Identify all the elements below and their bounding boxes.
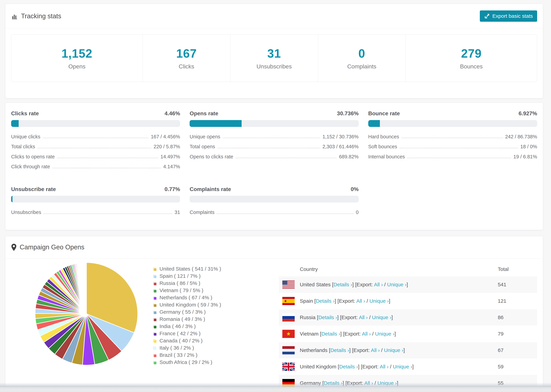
legend-swatch: [153, 275, 156, 277]
legend-label: Romania ( 49 / 3% ): [160, 316, 205, 322]
details-link[interactable]: Details ›: [321, 331, 340, 336]
export-icon: [484, 13, 490, 19]
rate-row-label: Internal bounces: [368, 154, 405, 159]
legend-swatch: [153, 347, 156, 349]
legend-swatch: [153, 325, 156, 328]
export-all-link[interactable]: All ›: [362, 331, 371, 336]
legend-label: Spain ( 121 / 7% ): [160, 273, 201, 279]
export-all-link[interactable]: All ›: [371, 347, 380, 353]
legend-label: India ( 46 / 3% ): [160, 323, 196, 329]
flag-vn: [282, 330, 295, 338]
rate-row: Total opens2,303 / 61.446%: [190, 144, 359, 149]
stat-label: Complaints: [347, 63, 376, 70]
geo-table-rows: United States [Details ›] [Export: All ›…: [279, 276, 537, 391]
separator: /: [368, 315, 372, 320]
bracket: ] [Export:: [352, 282, 374, 287]
export-unique-link[interactable]: Unique ›: [393, 364, 412, 369]
bottom-shadow: [0, 383, 551, 387]
total-cell: 59: [498, 364, 537, 370]
rate-row-value: 18 / 0%: [520, 144, 537, 149]
bottom-scrollbar-track[interactable]: [0, 387, 551, 392]
progress-fill: [190, 120, 241, 127]
export-unique-link[interactable]: Unique ›: [387, 282, 406, 287]
dotted-leader: [37, 148, 151, 148]
export-unique-link[interactable]: Unique ›: [372, 315, 391, 320]
rate-row-label: Clicks to opens rate: [11, 154, 55, 159]
legend-item: Romania ( 49 / 3% ): [153, 315, 249, 323]
details-link[interactable]: Details ›: [333, 282, 352, 287]
bracket: ]: [391, 315, 393, 320]
stat-cell-clicks: 167Clicks: [143, 35, 230, 82]
legend-swatch: [153, 268, 156, 270]
details-link[interactable]: Details ›: [318, 315, 337, 320]
rate-row-value: 31: [175, 210, 180, 215]
bracket: ] [Export:: [358, 364, 380, 369]
legend-label: United Kingdom ( 59 / 3% ): [160, 302, 221, 308]
legend-swatch: [153, 332, 156, 335]
legend-item: Vietnam ( 79 / 5% ): [153, 287, 249, 294]
rate-row-label: Unsubscribes: [11, 210, 41, 215]
flag-gb: [282, 363, 295, 371]
geo-table-row-ru: Russia [Details ›] [Export: All › / Uniq…: [279, 309, 537, 326]
bracket: ] [Export:: [340, 331, 362, 336]
legend-label: France ( 42 / 2% ): [160, 331, 201, 336]
legend-swatch: [153, 339, 156, 342]
map-pin-icon: [11, 244, 17, 251]
legend-item: South Africa ( 29 / 2% ): [153, 359, 249, 366]
export-all-link[interactable]: All ›: [356, 298, 365, 304]
export-all-link[interactable]: All ›: [374, 282, 383, 287]
legend-label: South Africa ( 29 / 2% ): [160, 359, 212, 365]
dotted-leader: [218, 148, 320, 148]
rate-row-label: Complaints: [190, 210, 214, 215]
legend-item: India ( 46 / 3% ): [153, 323, 249, 330]
separator: /: [371, 331, 375, 336]
details-link[interactable]: Details ›: [330, 347, 349, 353]
stat-label: Opens: [68, 63, 85, 70]
export-all-link[interactable]: All ›: [359, 315, 368, 320]
legend-swatch: [153, 304, 156, 306]
tracking-stats-card: Tracking stats Export basic stats 1,152O…: [5, 4, 543, 98]
geo-table-row-es: Spain [Details ›] [Export: All › / Uniqu…: [279, 293, 537, 309]
rates-grid: Clicks rate4.46%Unique clicks167 / 4.456…: [5, 103, 543, 220]
rate-row-value: 0: [356, 210, 359, 215]
legend-swatch: [153, 318, 156, 321]
rate-row-label: Total opens: [190, 144, 215, 149]
geo-header: Campaign Geo Opens: [5, 236, 543, 259]
dotted-leader: [402, 138, 503, 138]
rate-value: 6.927%: [518, 110, 537, 117]
bracket: [: [320, 331, 321, 336]
country-cell: Russia [Details ›] [Export: All › / Uniq…: [300, 315, 498, 320]
pie-slice: [86, 263, 86, 314]
details-link[interactable]: Details ›: [316, 298, 335, 304]
progress-bar: [11, 120, 180, 127]
export-unique-link[interactable]: Unique ›: [375, 331, 395, 336]
rate-row: Opens to clicks rate689.82%: [190, 154, 359, 159]
total-cell: 79: [498, 331, 537, 337]
rate-value: 30.736%: [337, 110, 359, 117]
bracket: ] [Export:: [337, 315, 359, 320]
country-cell: United States [Details ›] [Export: All ›…: [300, 282, 498, 287]
stat-cell-unsubscribes: 31Unsubscribes: [230, 35, 318, 82]
export-unique-link[interactable]: Unique ›: [384, 347, 403, 353]
export-button-label: Export basic stats: [492, 13, 533, 19]
stat-value: 279: [461, 47, 482, 60]
bracket: ]: [389, 298, 390, 304]
country-name: Russia: [300, 315, 316, 320]
export-basic-stats-button[interactable]: Export basic stats: [480, 10, 537, 22]
export-all-link[interactable]: All ›: [380, 364, 389, 369]
legend-item: United Kingdom ( 59 / 3% ): [153, 301, 249, 308]
details-link[interactable]: Details ›: [339, 364, 358, 369]
export-unique-link[interactable]: Unique ›: [369, 298, 389, 304]
separator: /: [365, 298, 369, 304]
rate-value: 4.46%: [165, 110, 180, 117]
geo-title: Campaign Geo Opens: [20, 244, 84, 251]
rate-row: Unsubscribes31: [11, 210, 180, 215]
legend-label: Netherlands ( 67 / 4% ): [160, 295, 212, 301]
flag-nl: [282, 346, 295, 354]
legend-label: Brazil ( 33 / 2% ): [160, 352, 198, 358]
dotted-leader: [407, 158, 511, 158]
rate-row: Hard bounces242 / 86.738%: [368, 134, 537, 139]
country-cell: Spain [Details ›] [Export: All › / Uniqu…: [300, 298, 498, 304]
stat-label: Clicks: [179, 63, 194, 70]
legend-item: Brazil ( 33 / 2% ): [153, 351, 249, 359]
